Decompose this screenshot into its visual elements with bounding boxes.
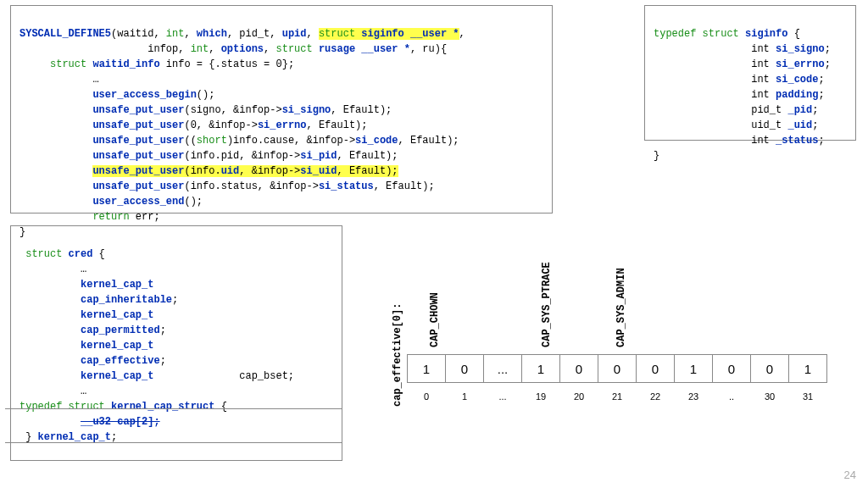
t: si_code (355, 135, 398, 147)
t: unsafe_put_user (92, 180, 184, 192)
t: (info.pid, &infop-> (184, 150, 300, 162)
t: ; (111, 431, 117, 443)
t: ; (825, 43, 831, 55)
syscall-box: SYSCALL_DEFINE5(waitid, int, which, pid_… (10, 5, 553, 214)
t: typedef struct (19, 401, 111, 413)
t: err; (130, 211, 160, 223)
t: cred (69, 248, 93, 260)
t: _pid (787, 104, 812, 116)
bit-val: 1 (522, 355, 560, 383)
t: (info.status, &infop-> (184, 180, 318, 192)
bit-val: 0 (598, 355, 637, 383)
t (19, 180, 92, 192)
bits-table: 1 0 ... 1 0 0 0 1 0 0 1 0 1 ... 19 20 21… (407, 354, 827, 410)
page-number: 24 (844, 469, 856, 481)
t: ; (825, 58, 831, 70)
bit-idx: 23 (675, 383, 713, 411)
t: , Efault); (337, 150, 398, 162)
bit-idx: ... (484, 383, 522, 411)
t (19, 355, 81, 367)
t: cap_effective (81, 355, 160, 367)
t: (waitid, (111, 28, 166, 40)
t (19, 294, 81, 306)
t: (signo, &infop-> (184, 104, 281, 116)
t: unsafe_put_user (92, 135, 184, 147)
t: cap_permitted (81, 324, 160, 336)
siginfo-box: typedef struct siginfo { int si_signo; i… (644, 5, 856, 141)
t: , (209, 43, 220, 55)
t: si_status (319, 180, 374, 192)
t: (( (184, 135, 196, 147)
t: ; (812, 119, 818, 131)
t: (info. (184, 165, 220, 177)
t: si_code (776, 74, 818, 86)
bit-idx: 30 (751, 383, 789, 411)
t: short (197, 135, 227, 147)
t: rusage __user * (319, 43, 410, 55)
t: uid (221, 165, 240, 177)
t: si_signo (282, 104, 331, 116)
t: )info.cause, &infop-> (227, 135, 355, 147)
t: kernel_cap_t (81, 309, 153, 321)
t: struct (275, 43, 318, 55)
t: int (654, 43, 776, 55)
t: infop, (19, 43, 191, 55)
t (19, 340, 81, 352)
bit-idx: 21 (598, 383, 637, 411)
t: } (654, 150, 659, 162)
bit-idx: 19 (522, 383, 560, 411)
bit-val: ... (484, 355, 522, 383)
t (19, 211, 92, 223)
t: { (787, 28, 799, 40)
t: unsafe_put_user (92, 165, 184, 177)
t: cap_inheritable (81, 294, 172, 306)
t (19, 324, 81, 336)
t: options (221, 43, 264, 55)
t: return (92, 211, 129, 223)
t: kernel_cap_t (81, 370, 153, 382)
t: (); (197, 89, 215, 101)
t: user_access_end (92, 196, 184, 208)
t: … (19, 74, 99, 86)
t: struct (19, 248, 69, 260)
bit-val: 0 (560, 355, 598, 383)
bit-idx: 0 (408, 383, 446, 411)
t: __u32 cap[2]; (81, 416, 160, 428)
t: siginfo __user * (361, 28, 459, 40)
t: si_pid (300, 150, 337, 162)
t: si_errno (776, 58, 825, 70)
t: kernel_cap_t (38, 431, 111, 443)
t: , Efault); (374, 180, 435, 192)
bit-val: 0 (637, 355, 675, 383)
t: si_signo (776, 43, 825, 55)
t: , Efault); (331, 104, 392, 116)
t: upid (282, 28, 307, 40)
cap-label-5: CAP_SYS_ADMIN (615, 268, 627, 347)
t (19, 119, 92, 131)
bit-val: 1 (789, 355, 827, 383)
t: si_uid (300, 165, 337, 177)
bit-val: 0 (713, 355, 751, 383)
t: … (19, 263, 86, 275)
t (19, 104, 92, 116)
t: , Efault); (306, 119, 367, 131)
t: int (654, 89, 776, 101)
t: … (19, 385, 86, 397)
cap-label-0: CAP_CHOWN (429, 292, 441, 347)
t (19, 165, 92, 177)
notch-line (5, 442, 342, 443)
t: , ru){ (410, 43, 447, 55)
t (19, 279, 81, 291)
t: which (197, 28, 227, 40)
t: ; (818, 135, 824, 147)
t (19, 196, 92, 208)
t (19, 89, 92, 101)
t: (0, &infop-> (184, 119, 257, 131)
t: unsafe_put_user (92, 104, 184, 116)
cap-label-3: CAP_SYS_PTRACE (541, 262, 553, 347)
bits-row: 1 0 ... 1 0 0 0 1 0 0 1 (408, 355, 827, 383)
t: int (166, 28, 185, 40)
t: , (459, 28, 465, 40)
t: siginfo (745, 28, 787, 40)
t: , (264, 43, 275, 55)
